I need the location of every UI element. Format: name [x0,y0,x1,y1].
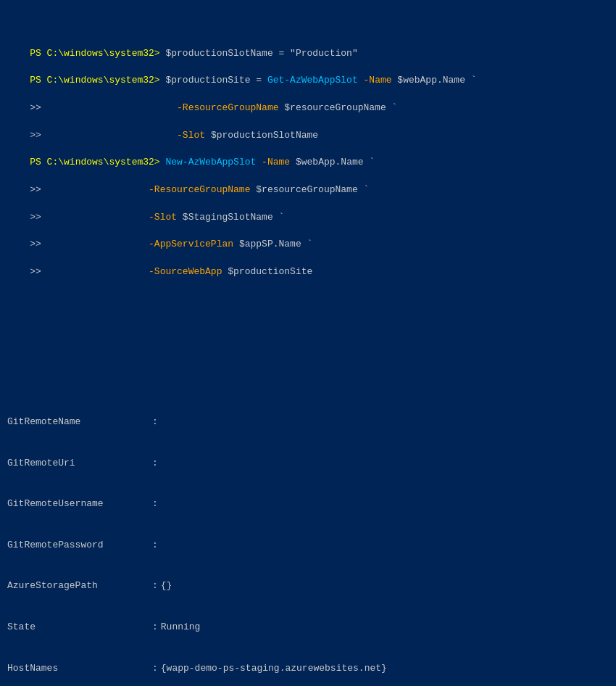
cmd-2: $productionSite = Get-AzWebAppSlot -Name… [160,75,477,86]
prop-GitRemoteName: GitRemoteName : [7,416,609,429]
prop-GitRemotePassword: GitRemotePassword : [7,539,609,553]
continuation-4: >> -Slot $StagingSlotName ` [30,212,284,223]
command-block: PS C:\windows\system32> $productionSlotN… [7,33,609,307]
prop-State: State : Running [7,621,609,635]
prop-GitRemoteUri: GitRemoteUri : [7,457,609,471]
terminal-window: PS C:\windows\system32> $productionSlotN… [7,6,609,686]
cmd-1: $productionSlotName = "Production" [160,48,358,59]
ps-prompt-2: PS C:\windows\system32> [30,75,159,86]
ps-prompt-3: PS C:\windows\system32> [30,157,159,168]
continuation-3: >> -ResourceGroupName $resourceGroupName… [30,184,369,195]
continuation-2: >> -Slot $productionSlotName [30,130,318,141]
continuation-1: >> -ResourceGroupName $resourceGroupName… [30,102,397,113]
prop-GitRemoteUsername: GitRemoteUsername : [7,497,609,511]
prop-AzureStoragePath: AzureStoragePath : {} [7,579,609,593]
cmd-3: New-AzWebAppSlot -Name $webApp.Name ` [160,157,375,168]
prop-HostNames: HostNames : {wapp-demo-ps-staging.azurew… [7,662,609,676]
properties-block: GitRemoteName : GitRemoteUri : GitRemote… [7,389,609,686]
continuation-6: >> -SourceWebApp $productionSite [30,266,312,277]
ps-prompt-1: PS C:\windows\system32> [30,48,159,59]
continuation-5: >> -AppServicePlan $appSP.Name ` [30,239,312,249]
